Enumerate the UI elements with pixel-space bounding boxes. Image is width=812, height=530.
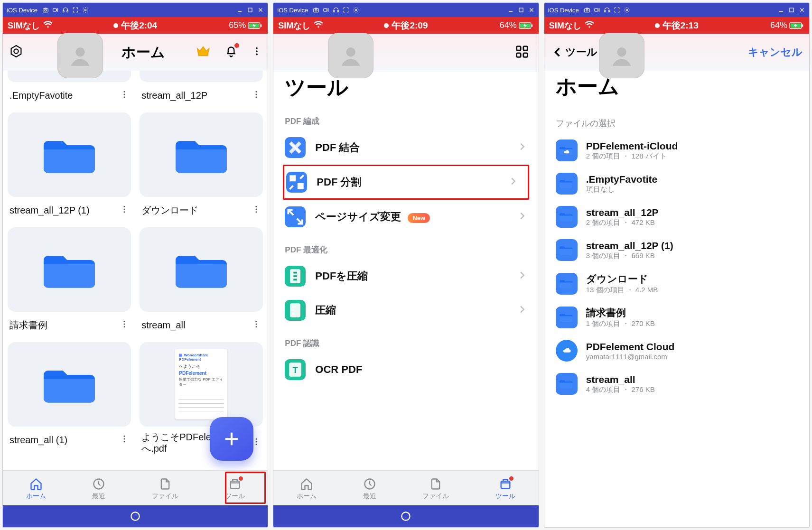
minimize-icon[interactable] bbox=[507, 7, 514, 13]
svg-rect-6 bbox=[248, 8, 252, 12]
crown-icon[interactable] bbox=[196, 44, 211, 61]
close-icon[interactable] bbox=[528, 7, 535, 13]
maximize-icon[interactable] bbox=[788, 7, 795, 13]
window-title: iOS Device bbox=[548, 7, 579, 14]
file-row[interactable]: PDFelement Cloudyamatar1111@gmail.com bbox=[554, 334, 800, 367]
cancel-button[interactable]: キャンセル bbox=[748, 45, 803, 59]
tool-compress[interactable]: 圧縮 bbox=[273, 293, 538, 327]
svg-point-1 bbox=[45, 9, 47, 11]
chevron-right-icon bbox=[508, 176, 518, 188]
add-button[interactable] bbox=[210, 417, 253, 461]
folder-tile[interactable]: ダウンロード bbox=[140, 112, 263, 219]
chevron-right-icon bbox=[517, 141, 527, 154]
file-name: stream_all_12P (1) bbox=[586, 240, 673, 251]
grid-view-icon[interactable] bbox=[514, 44, 530, 62]
file-meta: 2 個の項目 ・ 128 バイト bbox=[586, 152, 678, 161]
gear-icon[interactable] bbox=[624, 7, 630, 13]
tab-tools[interactable]: ツール bbox=[495, 477, 515, 501]
avatar[interactable] bbox=[57, 33, 103, 78]
tile-more-icon[interactable] bbox=[252, 90, 261, 101]
svg-point-54 bbox=[346, 47, 355, 56]
file-row[interactable]: 請求書例1 個の項目 ・ 270 KB bbox=[554, 300, 800, 334]
folder-icon bbox=[556, 239, 578, 261]
file-row[interactable]: stream_all_12P (1)3 個の項目 ・ 669 KB bbox=[554, 233, 800, 267]
file-picker-body: ホーム ファイルの選択 PDFelement-iCloud2 個の項目 ・ 12… bbox=[544, 71, 809, 527]
notification-dot bbox=[509, 476, 513, 481]
tile-more-icon[interactable] bbox=[252, 205, 261, 216]
folder-tile[interactable]: 請求書例 bbox=[8, 227, 131, 334]
window-chrome: iOS Device bbox=[544, 3, 809, 17]
file-row[interactable]: ダウンロード13 個の項目 ・ 4.2 MB bbox=[554, 267, 800, 300]
minimize-icon[interactable] bbox=[778, 7, 784, 13]
sim-status: SIMなし bbox=[8, 20, 40, 31]
file-name: 請求書例 bbox=[586, 306, 655, 319]
settings-icon[interactable] bbox=[9, 44, 24, 61]
tile-more-icon[interactable] bbox=[120, 205, 129, 216]
tab-tools[interactable]: ツール bbox=[225, 477, 245, 501]
tool-pdf-merge[interactable]: PDF 結合 bbox=[273, 130, 538, 165]
gear-icon[interactable] bbox=[353, 7, 359, 13]
svg-point-42 bbox=[131, 512, 139, 520]
tool-ocr[interactable]: T OCR PDF bbox=[273, 353, 538, 380]
minimize-icon[interactable] bbox=[236, 7, 243, 13]
tool-label: PDF 結合 bbox=[315, 140, 507, 155]
svg-point-16 bbox=[124, 91, 125, 93]
tile-more-icon[interactable] bbox=[252, 319, 261, 331]
chevron-right-icon bbox=[517, 211, 527, 223]
gear-icon[interactable] bbox=[82, 7, 89, 13]
svg-rect-78 bbox=[802, 24, 803, 27]
svg-point-21 bbox=[256, 96, 257, 98]
tool-compress-pdf[interactable]: PDFを圧縮 bbox=[273, 259, 538, 293]
file-row[interactable]: PDFelement-iCloud2 個の項目 ・ 128 バイト bbox=[554, 134, 800, 167]
tool-pdf-split[interactable]: PDF 分割 bbox=[283, 165, 529, 200]
tab-recent[interactable]: 最近 bbox=[92, 477, 105, 501]
tab-bar: ホーム 最近 ファイル ツール bbox=[3, 470, 268, 505]
nav-circle-icon[interactable] bbox=[129, 510, 141, 522]
svg-rect-55 bbox=[516, 46, 521, 51]
file-meta: 2 個の項目 ・ 472 KB bbox=[586, 218, 659, 227]
camera-icon bbox=[584, 7, 590, 13]
file-row[interactable]: .EmptyFavotite項目なし bbox=[554, 167, 800, 200]
maximize-icon[interactable] bbox=[247, 7, 253, 13]
tool-page-resize[interactable]: ページサイズ変更 New bbox=[273, 200, 538, 234]
tile-more-icon[interactable] bbox=[120, 319, 129, 331]
tab-home[interactable]: ホーム bbox=[26, 477, 46, 501]
folder-tile[interactable]: stream_all_12P (1) bbox=[8, 112, 131, 219]
chrome-icons bbox=[313, 7, 359, 13]
tab-home[interactable]: ホーム bbox=[297, 477, 317, 501]
nav-circle-icon[interactable] bbox=[400, 510, 412, 522]
back-button[interactable]: ツール bbox=[551, 45, 597, 59]
tab-files[interactable]: ファイル bbox=[152, 477, 178, 501]
file-name: .EmptyFavotite bbox=[586, 174, 658, 185]
svg-point-23 bbox=[124, 209, 125, 210]
svg-point-27 bbox=[256, 211, 257, 213]
avatar[interactable] bbox=[599, 33, 644, 78]
close-icon[interactable] bbox=[799, 7, 805, 13]
page-title: ホーム bbox=[554, 71, 800, 107]
folder-tile[interactable]: stream_all bbox=[140, 227, 263, 334]
tile-more-icon[interactable] bbox=[120, 90, 129, 101]
window-title: iOS Device bbox=[7, 7, 37, 14]
svg-point-12 bbox=[75, 47, 84, 56]
close-icon[interactable] bbox=[257, 7, 264, 13]
maximize-icon[interactable] bbox=[518, 7, 524, 13]
pdf-thumbnail: ▤ Wondershare PDFelement へようこそ PDFelemen… bbox=[175, 349, 227, 419]
more-icon[interactable] bbox=[252, 46, 262, 58]
folder-tile[interactable]: stream_all_12P bbox=[140, 71, 263, 104]
svg-point-61 bbox=[292, 306, 294, 307]
file-row[interactable]: stream_all4 個の項目 ・ 276 KB bbox=[554, 367, 800, 400]
avatar[interactable] bbox=[328, 33, 373, 78]
tab-files[interactable]: ファイル bbox=[422, 477, 449, 501]
tab-recent[interactable]: 最近 bbox=[363, 477, 376, 501]
bell-icon[interactable] bbox=[224, 44, 238, 60]
svg-point-37 bbox=[256, 438, 257, 440]
file-meta: 13 個の項目 ・ 4.2 MB bbox=[586, 286, 658, 295]
folder-tile[interactable]: stream_all (1) bbox=[8, 342, 131, 454]
tile-more-icon[interactable] bbox=[120, 434, 129, 446]
screen-tools: iOS Device SIMなし 午後2:09 64% bbox=[273, 3, 538, 527]
file-row[interactable]: stream_all_12P2 個の項目 ・ 472 KB bbox=[554, 200, 800, 233]
section-pdf-optimize: PDF 最適化 bbox=[273, 237, 538, 259]
file-name: PDFelement Cloud bbox=[586, 341, 675, 353]
svg-point-18 bbox=[124, 96, 125, 98]
tool-label: OCR PDF bbox=[315, 363, 527, 376]
